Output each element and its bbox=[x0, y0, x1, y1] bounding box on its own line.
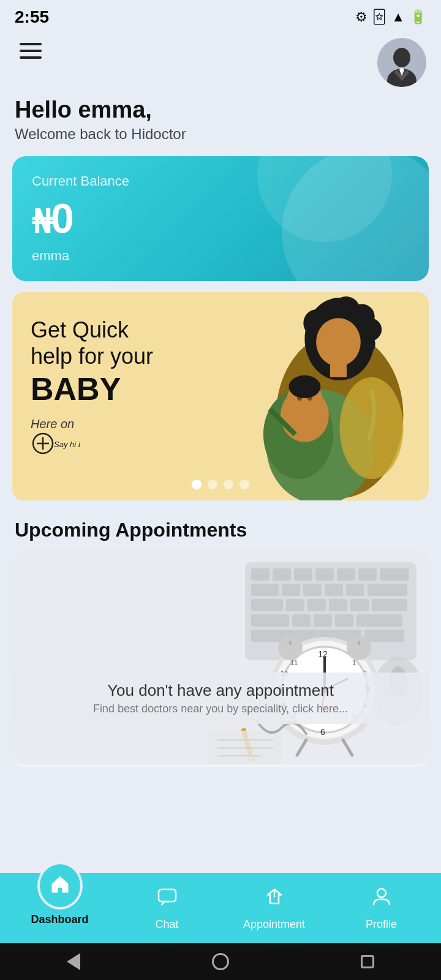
currency-symbol: ₦ bbox=[32, 204, 51, 239]
svg-rect-87 bbox=[159, 889, 176, 902]
profile-icon bbox=[371, 886, 392, 907]
dashboard-icon-wrap bbox=[37, 862, 83, 910]
svg-text:12: 12 bbox=[318, 649, 328, 659]
svg-rect-50 bbox=[335, 614, 353, 627]
system-nav-bar bbox=[0, 943, 441, 980]
svg-text:Say hi Doctor: Say hi Doctor bbox=[54, 440, 80, 449]
signal-icon: ▲ bbox=[391, 9, 405, 25]
svg-rect-33 bbox=[358, 568, 377, 581]
appointments-title: Upcoming Appointments bbox=[0, 513, 441, 550]
hidoctor-logo-icon: Say hi Doctor bbox=[31, 431, 80, 456]
svg-rect-35 bbox=[251, 584, 279, 596]
bottom-navigation: Dashboard Chat Appointment Profile bbox=[0, 873, 441, 943]
menu-line-2 bbox=[20, 50, 42, 52]
profile-label: Profile bbox=[366, 918, 397, 931]
svg-point-1 bbox=[393, 48, 410, 67]
svg-text:1: 1 bbox=[352, 659, 356, 666]
svg-rect-37 bbox=[303, 584, 322, 596]
greeting-section: Hello emma, Welcome back to Hidoctor bbox=[0, 87, 441, 145]
appointment-empty-state: You don't have any appointment Find best… bbox=[12, 673, 429, 724]
banner-line3: BABY bbox=[31, 372, 410, 407]
banner-logo: Here on Say hi Doctor bbox=[31, 417, 410, 459]
dot-3[interactable] bbox=[224, 480, 233, 489]
battery-icon: 🔋 bbox=[410, 9, 426, 25]
chat-icon bbox=[157, 886, 178, 907]
home-circle-icon bbox=[212, 953, 229, 970]
sim-icon: 🃟 bbox=[372, 9, 386, 25]
svg-rect-44 bbox=[329, 599, 347, 611]
svg-rect-51 bbox=[356, 614, 402, 627]
status-bar: 2:55 ⚙ 🃟 ▲ 🔋 bbox=[0, 0, 441, 32]
dot-1[interactable] bbox=[192, 480, 202, 489]
svg-rect-43 bbox=[307, 599, 326, 611]
svg-rect-41 bbox=[251, 599, 283, 611]
menu-button[interactable] bbox=[15, 38, 47, 64]
svg-rect-46 bbox=[372, 599, 407, 611]
home-icon bbox=[50, 874, 70, 895]
no-appointment-sub: Find best doctors near you by speciality… bbox=[12, 703, 429, 715]
status-icons: ⚙ 🃟 ▲ 🔋 bbox=[355, 9, 426, 25]
dashboard-label: Dashboard bbox=[31, 913, 88, 926]
nav-appointment[interactable]: Appointment bbox=[221, 881, 328, 931]
avatar[interactable] bbox=[377, 38, 426, 87]
chat-label: Chat bbox=[155, 918, 178, 931]
balance-label: Current Balance bbox=[32, 173, 409, 189]
svg-text:6: 6 bbox=[320, 727, 325, 737]
carousel-dots bbox=[192, 480, 249, 489]
svg-rect-28 bbox=[251, 568, 270, 581]
svg-rect-34 bbox=[380, 568, 409, 581]
menu-line-3 bbox=[20, 56, 42, 59]
svg-point-77 bbox=[347, 636, 371, 660]
svg-rect-39 bbox=[346, 584, 364, 596]
svg-rect-38 bbox=[325, 584, 343, 596]
svg-rect-36 bbox=[282, 584, 300, 596]
nav-dashboard[interactable]: Dashboard bbox=[6, 886, 113, 926]
appointments-section: 12 3 6 9 1 2 4 5 11 10 8 7 bbox=[0, 550, 441, 767]
svg-rect-31 bbox=[315, 568, 334, 581]
banner-content: Get Quick help for your BABY Here on Say… bbox=[12, 292, 429, 500]
appointment-label: Appointment bbox=[243, 918, 305, 931]
back-arrow-icon bbox=[67, 953, 80, 970]
svg-rect-45 bbox=[350, 599, 369, 611]
nav-profile[interactable]: Profile bbox=[328, 881, 435, 931]
banner-text: Get Quick help for your BABY Here on Say… bbox=[12, 292, 429, 500]
svg-rect-47 bbox=[251, 614, 289, 627]
balance-username: emma bbox=[32, 248, 409, 264]
greeting-hello: Hello emma, bbox=[15, 97, 426, 123]
svg-rect-48 bbox=[292, 614, 311, 627]
no-appointment-title: You don't have any appointment bbox=[12, 681, 429, 700]
svg-rect-52 bbox=[251, 630, 361, 642]
banner-logo-here: Here on bbox=[31, 417, 74, 431]
menu-line-1 bbox=[20, 43, 42, 45]
recents-button[interactable] bbox=[356, 951, 379, 973]
svg-rect-42 bbox=[286, 599, 304, 611]
app-header bbox=[0, 32, 441, 87]
svg-rect-53 bbox=[364, 630, 404, 642]
greeting-welcome: Welcome back to Hidoctor bbox=[15, 126, 426, 143]
banner-line2: help for your bbox=[31, 343, 410, 369]
svg-rect-49 bbox=[314, 614, 332, 627]
nav-chat[interactable]: Chat bbox=[113, 881, 221, 931]
status-time: 2:55 bbox=[15, 7, 49, 27]
appointment-card: 12 3 6 9 1 2 4 5 11 10 8 7 bbox=[12, 550, 429, 767]
dot-4[interactable] bbox=[239, 480, 249, 489]
recents-square-icon bbox=[361, 955, 374, 968]
svg-point-89 bbox=[377, 889, 386, 897]
dot-2[interactable] bbox=[208, 480, 217, 489]
banner-line1: Get Quick bbox=[31, 317, 410, 343]
svg-rect-40 bbox=[368, 584, 407, 596]
appointment-icon bbox=[264, 886, 285, 907]
svg-rect-32 bbox=[337, 568, 355, 581]
settings-icon: ⚙ bbox=[355, 9, 368, 25]
svg-rect-30 bbox=[294, 568, 312, 581]
avatar-image bbox=[377, 38, 426, 87]
promo-banner[interactable]: Get Quick help for your BABY Here on Say… bbox=[12, 292, 429, 500]
balance-amount: ₦0 bbox=[32, 194, 409, 242]
home-button[interactable] bbox=[209, 951, 232, 973]
back-button[interactable] bbox=[62, 951, 85, 973]
balance-value: 0 bbox=[51, 195, 73, 241]
appointment-empty-illustration: 12 3 6 9 1 2 4 5 11 10 8 7 bbox=[12, 550, 429, 764]
balance-card: Current Balance ₦0 emma bbox=[12, 156, 429, 281]
svg-point-75 bbox=[278, 636, 303, 660]
svg-rect-29 bbox=[273, 568, 291, 581]
